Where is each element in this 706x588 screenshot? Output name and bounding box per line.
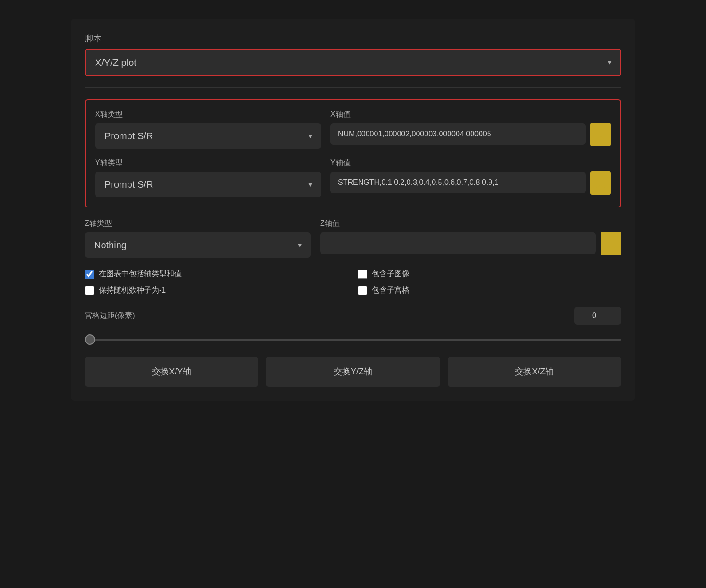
y-yellow-btn-wrap <box>590 171 611 195</box>
z-axis-value-col: Z轴值 <box>320 219 621 255</box>
svg-marker-3 <box>607 239 615 248</box>
bookmark-icon-z <box>606 238 616 249</box>
slider-input[interactable] <box>85 339 621 341</box>
checkbox3-label: 包含子图像 <box>372 269 409 279</box>
svg-marker-2 <box>596 178 605 188</box>
y-axis-row: Y轴类型 Prompt S/R Nothing Seed Steps CFG S… <box>95 158 611 197</box>
checkbox1-label: 在图表中包括轴类型和值 <box>99 269 182 279</box>
checkbox4-item[interactable]: 包含子宫格 <box>358 286 621 295</box>
z-type-select[interactable]: Nothing Prompt S/R Seed Steps CFG Scale … <box>85 232 311 258</box>
xy-section: X轴类型 Prompt S/R Nothing Seed Steps CFG S… <box>85 99 621 207</box>
x-type-select[interactable]: Prompt S/R Nothing Seed Steps CFG Scale … <box>95 123 321 149</box>
y-axis-value-col: Y轴值 <box>330 158 611 195</box>
z-value-wrapper: Z轴值 <box>320 219 596 254</box>
swap-yz-button[interactable]: 交换Y/Z轴 <box>266 357 440 387</box>
grid-spacing-label: 宫格边距(像素) <box>85 311 135 321</box>
checkbox4-label: 包含子宫格 <box>372 286 409 295</box>
y-yellow-button[interactable] <box>590 171 611 195</box>
script-label: 脚本 <box>85 33 621 44</box>
checkbox3[interactable] <box>358 270 367 279</box>
checkbox4[interactable] <box>358 286 367 295</box>
bookmark-icon <box>595 129 606 140</box>
y-value-wrapper: Y轴值 <box>330 158 586 193</box>
z-value-input[interactable] <box>320 232 596 254</box>
grid-spacing-input[interactable] <box>574 307 621 325</box>
z-type-select-wrapper: Nothing Prompt S/R Seed Steps CFG Scale … <box>85 232 311 258</box>
x-axis-type-label: X轴类型 <box>95 110 321 119</box>
bookmark-icon-y <box>595 178 606 188</box>
checkbox-section: 在图表中包括轴类型和值 包含子图像 保持随机数种子为-1 包含子宫格 <box>85 269 621 295</box>
z-yellow-btn-wrap <box>601 232 621 255</box>
checkbox2-label: 保持随机数种子为-1 <box>99 286 166 295</box>
grid-spacing-row: 宫格边距(像素) <box>85 307 621 325</box>
divider-1 <box>85 87 621 88</box>
x-type-select-wrapper: Prompt S/R Nothing Seed Steps CFG Scale … <box>95 123 321 149</box>
checkbox1-item[interactable]: 在图表中包括轴类型和值 <box>85 269 348 279</box>
x-yellow-button[interactable] <box>590 123 611 146</box>
y-axis-type-col: Y轴类型 Prompt S/R Nothing Seed Steps CFG S… <box>95 158 321 197</box>
x-axis-row: X轴类型 Prompt S/R Nothing Seed Steps CFG S… <box>95 110 611 149</box>
x-yellow-btn-wrap <box>590 123 611 146</box>
z-axis-value-label: Z轴值 <box>320 219 596 229</box>
y-axis-type-label: Y轴类型 <box>95 158 321 168</box>
script-select-wrapper: X/Y/Z plot None <box>85 49 621 76</box>
z-axis-type-col: Z轴类型 Nothing Prompt S/R Seed Steps CFG S… <box>85 219 311 258</box>
x-axis-type-col: X轴类型 Prompt S/R Nothing Seed Steps CFG S… <box>95 110 321 149</box>
swap-xy-button[interactable]: 交换X/Y轴 <box>85 357 258 387</box>
script-select[interactable]: X/Y/Z plot None <box>86 50 620 75</box>
checkbox2[interactable] <box>85 286 94 295</box>
y-axis-value-label: Y轴值 <box>330 158 586 168</box>
x-value-wrapper: X轴值 <box>330 110 586 145</box>
checkbox2-item[interactable]: 保持随机数种子为-1 <box>85 286 348 295</box>
y-type-select-wrapper: Prompt S/R Nothing Seed Steps CFG Scale … <box>95 172 321 197</box>
checkbox1[interactable] <box>85 270 94 279</box>
x-axis-value-label: X轴值 <box>330 110 586 119</box>
x-value-input[interactable] <box>330 123 586 145</box>
y-value-input[interactable] <box>330 172 586 193</box>
slider-row <box>85 334 621 342</box>
z-yellow-button[interactable] <box>601 232 621 255</box>
main-panel: 脚本 X/Y/Z plot None X轴类型 Prompt S/R Nothi… <box>71 19 635 401</box>
y-type-select[interactable]: Prompt S/R Nothing Seed Steps CFG Scale … <box>95 172 321 197</box>
x-axis-value-col: X轴值 <box>330 110 611 146</box>
z-axis-type-label: Z轴类型 <box>85 219 311 229</box>
checkbox3-item[interactable]: 包含子图像 <box>358 269 621 279</box>
swap-xz-button[interactable]: 交换X/Z轴 <box>448 357 621 387</box>
z-axis-row: Z轴类型 Nothing Prompt S/R Seed Steps CFG S… <box>85 219 621 258</box>
z-section: Z轴类型 Nothing Prompt S/R Seed Steps CFG S… <box>85 219 621 258</box>
buttons-row: 交换X/Y轴 交换Y/Z轴 交换X/Z轴 <box>85 357 621 387</box>
